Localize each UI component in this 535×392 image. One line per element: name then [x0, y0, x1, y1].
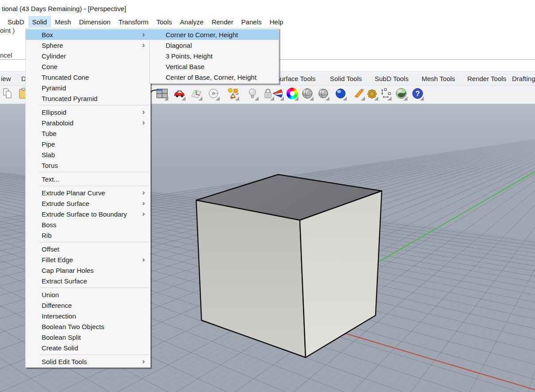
menu-separator [26, 241, 150, 244]
solid-menu-item-torus[interactable]: Torus [26, 160, 150, 171]
lightbulb-icon[interactable] [246, 87, 259, 102]
menubar-item-panels[interactable]: Panels [237, 16, 266, 27]
box-submenu-item-center-of-base-corner-height[interactable]: Center of Base, Corner, Height [150, 72, 279, 82]
solid-menu-item-solid-edit-tools[interactable]: Solid Edit Tools› [26, 356, 150, 367]
menubar-item-solid[interactable]: Solid [28, 16, 51, 27]
submenu-arrow-icon: › [142, 357, 145, 366]
solid-menu-item-boolean-split[interactable]: Boolean Split [26, 332, 150, 342]
solid-menu-item-extrude-surface-to-boundary[interactable]: Extrude Surface to Boundary› [26, 209, 150, 219]
box-submenu-item-3-points-height[interactable]: 3 Points, Height [150, 50, 279, 61]
tab-mesh-tools[interactable]: Mesh Tools [422, 75, 455, 82]
copy-icon[interactable] [1, 87, 14, 102]
viewport-layout-icon[interactable] [155, 87, 169, 102]
solid-menu-item-difference[interactable]: Difference [26, 300, 150, 310]
help-icon[interactable]: ? [411, 87, 424, 102]
menu-item-label: Pyramid [42, 84, 66, 92]
menu-item-label: Torus [42, 162, 58, 169]
solid-menu-item-pyramid[interactable]: Pyramid [26, 82, 150, 93]
solid-menu-dropdown: Box›Sphere›CylinderConeTruncated ConePyr… [25, 28, 151, 368]
solid-menu-item-boss[interactable]: Boss [26, 219, 150, 230]
tab-drafting[interactable]: Drafting [512, 75, 535, 82]
menubar-item-transform[interactable]: Transform [114, 16, 152, 27]
submenu-arrow-icon: › [142, 255, 145, 264]
box-submenu: Corner to Corner, HeightDiagonal3 Points… [149, 28, 279, 84]
menu-item-label: Cone [42, 63, 58, 70]
solid-menu-item-truncated-pyramid[interactable]: Truncated Pyramid [26, 93, 150, 104]
tab-subd-tools[interactable]: SubD Tools [375, 75, 408, 82]
menu-item-label: Vertical Base [166, 63, 205, 70]
tab-render-tools[interactable]: Render Tools [467, 75, 506, 82]
menu-item-label: Pipe [42, 140, 55, 148]
x-axis-line [337, 331, 535, 390]
solid-menu-item-boolean-two-objects[interactable]: Boolean Two Objects [26, 321, 150, 332]
solid-menu-item-cone[interactable]: Cone [26, 61, 150, 72]
menu-item-label: Boolean Two Objects [42, 323, 104, 330]
menu-item-label: Tube [42, 130, 57, 137]
selection-filter-icon[interactable] [226, 87, 240, 102]
cplane-icon[interactable] [190, 87, 203, 102]
solid-menu-item-paraboloid[interactable]: Paraboloid› [26, 117, 150, 128]
box-submenu-item-diagonal[interactable]: Diagonal [150, 40, 279, 50]
box-submenu-item-vertical-base[interactable]: Vertical Base [150, 61, 279, 72]
menu-item-label: Boss [42, 221, 56, 229]
sphere-blue-icon[interactable] [334, 87, 347, 102]
menubar-item-render[interactable]: Render [208, 16, 237, 27]
pie-icon[interactable] [271, 87, 284, 102]
solid-menu-item-intersection[interactable]: Intersection [26, 310, 150, 321]
tab-surface-tools[interactable]: Surface Tools [275, 75, 316, 82]
solid-menu-item-create-solid[interactable]: Create Solid [26, 342, 150, 353]
solid-menu-item-rib[interactable]: Rib [26, 230, 150, 241]
menu-item-label: Difference [42, 302, 72, 309]
sphere-icon[interactable] [301, 87, 314, 102]
solid-menu-item-cap-planar-holes[interactable]: Cap Planar Holes [26, 265, 150, 276]
solid-menu-item-cylinder[interactable]: Cylinder [26, 50, 150, 61]
cone-icon[interactable] [352, 87, 365, 102]
solid-menu-item-tube[interactable]: Tube [26, 128, 150, 139]
submenu-arrow-icon: › [142, 188, 145, 197]
menu-item-label: Union [42, 291, 59, 299]
solid-menu-item-text[interactable]: Text... [26, 174, 150, 184]
solid-menu-item-extract-surface[interactable]: Extract Surface [26, 276, 150, 286]
solid-menu-item-extrude-surface[interactable]: Extrude Surface› [26, 198, 150, 209]
menu-item-label: 3 Points, Height [166, 52, 213, 60]
solid-menu-item-offset[interactable]: Offset [26, 244, 150, 254]
menubar-item-analyze[interactable]: Analyze [176, 16, 207, 27]
window-title: tional (43 Days Remaining) - [Perspectiv… [2, 5, 126, 12]
menu-item-label: Truncated Pyramid [42, 95, 97, 102]
solid-menu-item-sphere[interactable]: Sphere› [26, 40, 150, 50]
color-wheel-icon[interactable] [286, 87, 299, 102]
solid-menu-item-truncated-cone[interactable]: Truncated Cone [26, 72, 150, 82]
menubar-item-help[interactable]: Help [266, 16, 287, 27]
submenu-arrow-icon: › [142, 41, 145, 50]
solid-menu-item-slab[interactable]: Slab [26, 149, 150, 160]
car-icon[interactable] [173, 87, 186, 102]
menu-separator [26, 353, 150, 356]
globe-icon[interactable] [395, 87, 408, 102]
menu-item-label: Truncated Cone [42, 74, 89, 81]
solid-menu-item-union[interactable]: Union [26, 289, 150, 300]
solid-menu-item-extrude-planar-curve[interactable]: Extrude Planar Curve› [26, 187, 150, 198]
menu-item-label: Slab [42, 151, 55, 159]
menubar-item-mesh[interactable]: Mesh [51, 16, 75, 27]
solid-menu-item-box[interactable]: Box› [26, 29, 150, 40]
box-left-face[interactable] [196, 200, 306, 357]
menubar-item-tools[interactable]: Tools [152, 16, 176, 27]
menu-item-label: Fillet Edge [42, 256, 73, 264]
solid-menu-item-ellipsoid[interactable]: Ellipsoid› [26, 107, 150, 117]
box-submenu-item-corner-to-corner-height[interactable]: Corner to Corner, Height [150, 29, 279, 40]
solid-menu-item-fillet-edge[interactable]: Fillet Edge› [26, 254, 150, 265]
circle-icon[interactable] [207, 87, 220, 102]
menubar-item-subd[interactable]: SubD [4, 16, 28, 27]
menu-item-label: Sphere [42, 42, 63, 49]
menu-item-label: Solid Edit Tools [42, 358, 87, 365]
solid-menu-item-pipe[interactable]: Pipe [26, 139, 150, 149]
tab-partial-iew[interactable]: iew [1, 75, 11, 82]
menubar-item-dimension[interactable]: Dimension [75, 16, 115, 27]
sphere-grid-icon[interactable] [317, 87, 330, 102]
menu-item-label: Paraboloid [42, 119, 74, 127]
menu-item-label: Rib [42, 232, 52, 239]
tab-solid-tools[interactable]: Solid Tools [330, 75, 362, 82]
menu-separator [26, 184, 150, 187]
dimension-icon[interactable] [379, 87, 392, 102]
gear-icon[interactable] [365, 87, 379, 102]
